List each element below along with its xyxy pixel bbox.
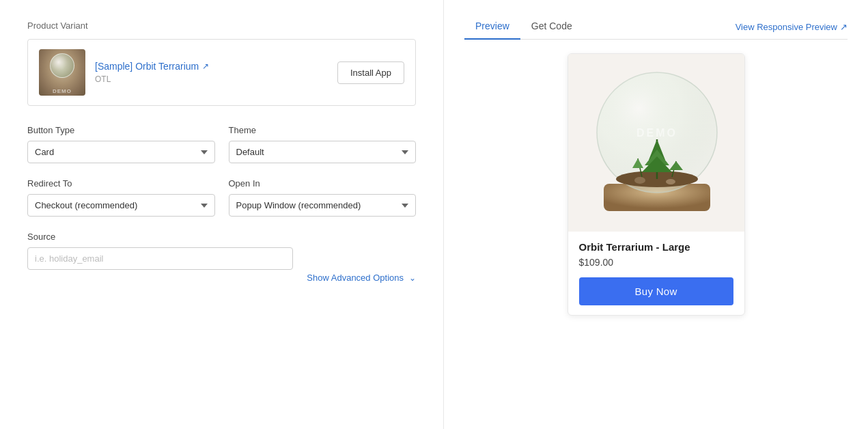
product-variant-label: Product Variant bbox=[27, 20, 416, 31]
theme-group: Theme Default Dark Light bbox=[229, 125, 417, 163]
advanced-options-label: Show Advanced Options bbox=[307, 273, 404, 283]
button-type-group: Button Type Card Button Link bbox=[27, 125, 215, 163]
source-group: Source bbox=[27, 232, 293, 270]
buy-now-button[interactable]: Buy Now bbox=[579, 277, 733, 305]
product-thumbnail: DEMO bbox=[39, 49, 85, 96]
theme-select[interactable]: Default Dark Light bbox=[229, 141, 417, 163]
theme-label: Theme bbox=[229, 125, 417, 135]
demo-label: DEMO bbox=[39, 88, 85, 94]
product-thumb-image: DEMO bbox=[39, 49, 85, 96]
redirect-to-select[interactable]: Checkout (recommended) Cart Product Page bbox=[27, 194, 215, 217]
product-sub: OTL bbox=[95, 74, 209, 84]
product-card-left: DEMO [Sample] Orbit Terrarium ↗ OTL bbox=[39, 49, 209, 96]
product-info: [Sample] Orbit Terrarium ↗ OTL bbox=[95, 61, 209, 84]
product-thumb-globe bbox=[50, 53, 74, 78]
open-in-select[interactable]: Popup Window (recommended) Same Tab New … bbox=[229, 194, 417, 217]
svg-point-5 bbox=[634, 177, 645, 184]
redirect-to-label: Redirect To bbox=[27, 178, 215, 189]
chevron-down-icon: ⌄ bbox=[409, 273, 416, 283]
install-app-button[interactable]: Install App bbox=[337, 61, 404, 84]
source-input[interactable] bbox=[27, 247, 293, 270]
form-row-redirect-open: Redirect To Checkout (recommended) Cart … bbox=[27, 178, 416, 217]
product-card: DEMO [Sample] Orbit Terrarium ↗ OTL Inst… bbox=[27, 39, 416, 106]
source-row: Source Show Advanced Options ⌄ bbox=[27, 232, 416, 283]
open-in-label: Open In bbox=[229, 178, 417, 189]
svg-text:DEMO: DEMO bbox=[636, 127, 677, 139]
advanced-options-toggle[interactable]: Show Advanced Options ⌄ bbox=[307, 253, 416, 283]
left-panel: Product Variant DEMO [Sample] Orbit Terr… bbox=[0, 0, 444, 429]
preview-product-name: Orbit Terrarium - Large bbox=[579, 241, 733, 253]
button-type-label: Button Type bbox=[27, 125, 215, 135]
tabs-bar: Preview Get Code View Responsive Preview… bbox=[464, 14, 848, 40]
preview-product-price: $109.00 bbox=[579, 257, 733, 268]
source-label: Source bbox=[27, 232, 293, 242]
open-in-group: Open In Popup Window (recommended) Same … bbox=[229, 178, 417, 217]
right-panel: Preview Get Code View Responsive Preview… bbox=[444, 0, 868, 429]
form-row-button-theme: Button Type Card Button Link Theme Defau… bbox=[27, 125, 416, 163]
button-type-select[interactable]: Card Button Link bbox=[27, 141, 215, 163]
product-name-link[interactable]: [Sample] Orbit Terrarium ↗ bbox=[95, 61, 209, 72]
redirect-to-group: Redirect To Checkout (recommended) Cart … bbox=[27, 178, 215, 217]
tab-preview[interactable]: Preview bbox=[464, 14, 520, 40]
tab-get-code[interactable]: Get Code bbox=[520, 14, 583, 40]
app-container: Product Variant DEMO [Sample] Orbit Terr… bbox=[0, 0, 868, 429]
responsive-preview-link[interactable]: View Responsive Preview ↗ bbox=[736, 22, 848, 39]
preview-image-area: DEMO bbox=[568, 54, 745, 232]
preview-product-info: Orbit Terrarium - Large $109.00 Buy Now bbox=[568, 232, 744, 315]
external-link-icon: ↗ bbox=[840, 22, 848, 32]
preview-area: DEMO Orbit Terrarium - Large $109.00 Buy… bbox=[464, 53, 848, 316]
terrarium-svg: DEMO bbox=[589, 64, 725, 221]
terrarium-visual: DEMO bbox=[589, 64, 725, 221]
svg-point-6 bbox=[666, 179, 675, 184]
preview-product-card: DEMO Orbit Terrarium - Large $109.00 Buy… bbox=[568, 53, 745, 316]
external-link-icon: ↗ bbox=[202, 61, 209, 71]
